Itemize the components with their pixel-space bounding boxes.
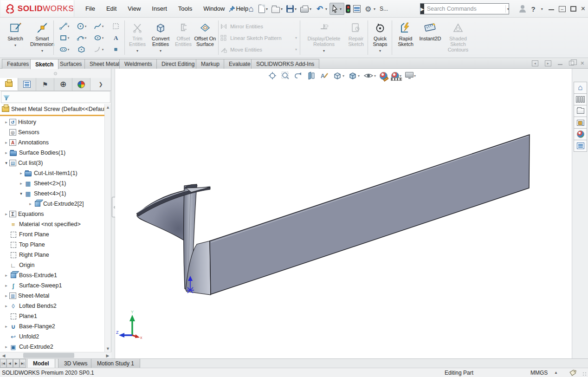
expand-arrow-icon[interactable]: ▸ — [4, 150, 9, 155]
expand-arrow-icon[interactable]: ▸ — [4, 273, 9, 278]
doc-close-icon[interactable]: × — [581, 59, 584, 67]
tree-item-cut-list[interactable]: ▾▤Cut list(3) — [0, 158, 105, 168]
tree-item-boss-extrude1[interactable]: ▸Boss-Extrude1 — [0, 270, 105, 280]
file-explorer-button[interactable] — [574, 105, 587, 117]
expand-arrow-icon[interactable]: ▸ — [4, 212, 9, 216]
chevron-down-icon[interactable]: ▾ — [68, 48, 70, 52]
tree-item-unfold2[interactable]: ↩Unfold2 — [0, 332, 105, 342]
tree-item-top-plane[interactable]: Top Plane — [0, 240, 105, 250]
expand-arrow-icon[interactable]: ▸ — [4, 304, 9, 308]
chevron-down-icon[interactable]: ▾ — [14, 43, 16, 48]
tree-item-front-plane[interactable]: Front Plane — [0, 229, 105, 240]
rectangle-tool-button[interactable]: ▾ — [56, 32, 73, 44]
resize-panes-button[interactable]: ↔ — [559, 6, 566, 12]
menu-tools[interactable]: Tools — [173, 0, 198, 17]
options-list-button[interactable] — [352, 3, 362, 15]
view-palette-button[interactable] — [574, 117, 587, 129]
chevron-down-icon[interactable]: ▾ — [85, 25, 87, 28]
close-button[interactable]: × — [581, 5, 585, 13]
scroll-down-icon[interactable]: ▼ — [106, 345, 110, 352]
custom-properties-button[interactable] — [574, 140, 587, 152]
collapse-right-pane-icon[interactable]: ▸ — [545, 60, 551, 66]
expand-arrow-icon[interactable]: ▸ — [4, 293, 9, 298]
tab-model[interactable]: Model — [27, 359, 55, 368]
toolbar-overflow-label[interactable]: S... — [378, 6, 390, 12]
graphics-viewport[interactable]: A ▾ ▾ ▾ ▾ ▾ — [115, 69, 572, 358]
expand-arrow-icon[interactable]: ▸ — [19, 171, 24, 176]
chevron-down-icon[interactable]: ▾ — [294, 7, 297, 11]
tab-surfaces[interactable]: Surfaces — [55, 59, 87, 69]
tab-direct-editing[interactable]: Direct Editing — [156, 59, 200, 69]
tree-root-part[interactable]: Sheet Metal Screw (Default<<Default — [0, 104, 105, 114]
chevron-down-icon[interactable]: ▾ — [324, 7, 328, 11]
chevron-down-icon[interactable]: ▾ — [309, 7, 312, 11]
expand-arrow-icon[interactable]: ▸ — [19, 181, 24, 186]
select-tool-button[interactable]: ▾ — [330, 3, 344, 15]
print-button[interactable]: ▾ — [299, 3, 314, 15]
quick-snaps-button[interactable]: Quick Snaps ▾ — [369, 20, 391, 54]
undo-button[interactable]: ▾ — [314, 3, 330, 15]
sheet-metal-part-model[interactable] — [115, 69, 572, 358]
scroll-up-icon[interactable]: ▲ — [106, 104, 110, 110]
tab-motion-study-1[interactable]: Motion Study 1 — [91, 359, 140, 368]
help-icon[interactable]: ? — [531, 5, 535, 13]
collapse-arrow-icon[interactable]: ▾ — [19, 191, 24, 196]
tab-3d-views[interactable]: 3D Views — [58, 359, 93, 368]
sketch-button[interactable]: Sketch ▾ — [4, 20, 27, 48]
chevron-down-icon[interactable]: ▾ — [102, 25, 104, 28]
chevron-down-icon[interactable]: ▾ — [41, 48, 43, 54]
tab-featuremanager-tree[interactable] — [0, 78, 18, 91]
offset-entities-button[interactable]: Offset Entities — [174, 20, 193, 47]
arc-tool-button[interactable]: ▾ — [73, 32, 90, 44]
menu-file[interactable]: File — [80, 0, 101, 17]
home-button[interactable] — [245, 3, 257, 15]
menu-edit[interactable]: Edit — [101, 0, 122, 17]
panel-tabs-expand[interactable]: ❯ — [90, 78, 111, 91]
tab-weldments[interactable]: Weldments — [119, 59, 157, 69]
instant2d-button[interactable]: Instant2D — [417, 20, 444, 41]
text-tool-button[interactable]: A — [107, 32, 124, 44]
chevron-down-icon[interactable]: ▾ — [68, 25, 70, 28]
tree-item-surface-sweep1[interactable]: ▸ʃSurface-Sweep1 — [0, 280, 105, 291]
mirror-entities-button[interactable]: Mirror Entities — [220, 20, 297, 32]
options-button[interactable]: ▾ — [362, 3, 378, 15]
rebuild-button[interactable] — [344, 3, 352, 15]
fillet-tool-button[interactable]: ▾ — [90, 44, 107, 55]
minimize-button[interactable] — [549, 5, 554, 10]
tab-property-manager[interactable] — [18, 78, 36, 91]
chevron-down-icon[interactable]: ▾ — [85, 36, 87, 40]
tree-filter-box[interactable] — [1, 91, 110, 103]
tab-markup[interactable]: Markup — [196, 59, 225, 69]
tab-display-manager[interactable] — [72, 78, 90, 91]
chevron-down-icon[interactable]: ▾ — [68, 36, 70, 40]
tree-item-plane1[interactable]: Plane1 — [0, 311, 105, 321]
expand-arrow-icon[interactable]: ▸ — [4, 140, 9, 145]
point-tool-button[interactable] — [107, 44, 124, 55]
units-caret-icon[interactable]: ▲ — [554, 370, 558, 375]
tab-solidworks-add-ins[interactable]: SOLIDWORKS Add-Ins — [251, 59, 319, 69]
collapse-left-pane-icon[interactable]: ◂ — [532, 60, 538, 66]
tree-item-sheet2[interactable]: ▸▦Sheet<2>(1) — [0, 178, 105, 188]
search-commands-box[interactable]: ▶ ▾ — [420, 3, 509, 14]
rapid-sketch-button[interactable]: Rapid Sketch — [394, 20, 417, 47]
tree-item-base-flange2[interactable]: ▸∪Base-Flange2 — [0, 321, 105, 332]
tree-item-surface-bodies[interactable]: ▸Surface Bodies(1) — [0, 148, 105, 158]
panel-resize-handle[interactable] — [0, 69, 111, 78]
tree-item-origin[interactable]: ∟Origin — [0, 260, 105, 270]
tree-item-lofted-bends2[interactable]: ▸◊Lofted Bends2 — [0, 301, 105, 311]
tree-item-sheet4[interactable]: ▾▦Sheet<4>(1) — [0, 188, 105, 199]
shaded-sketch-contours-button[interactable]: Shaded Sketch Contours — [444, 20, 472, 52]
helix-flight-face[interactable] — [137, 190, 186, 241]
tree-item-cut-extrude2-body[interactable]: ▸Cut-Extrude2[2] — [0, 199, 105, 209]
home-tab-button[interactable] — [574, 82, 587, 94]
tree-item-cut-list-item1[interactable]: ▸Cut-List-Item1(1) — [0, 168, 105, 178]
tag-icon[interactable] — [569, 369, 576, 377]
collapse-arrow-icon[interactable]: ▾ — [4, 161, 9, 165]
menu-view[interactable]: View — [122, 0, 146, 17]
pin-menu-icon[interactable] — [226, 3, 238, 14]
units-selector[interactable]: MMGS — [530, 370, 548, 376]
chevron-down-icon[interactable]: ▾ — [102, 48, 104, 52]
line-tool-button[interactable]: ▾ — [56, 20, 73, 32]
scrollbar-thumb[interactable] — [23, 353, 74, 358]
chevron-down-icon[interactable]: ▾ — [102, 36, 104, 40]
